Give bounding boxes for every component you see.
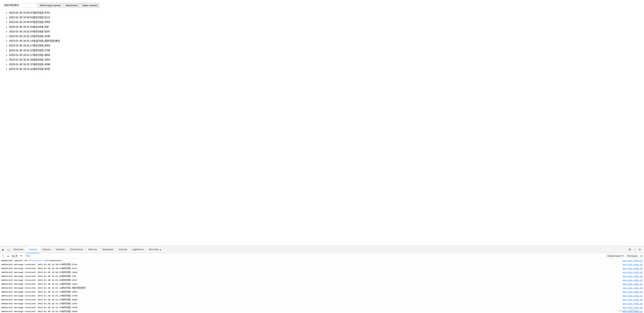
settings-icon[interactable]: ⚙ — [628, 247, 632, 252]
list-item: 2023-01-30 16:31:02收到消息:296 — [9, 24, 641, 29]
console-message: WebSocket message received: 2023-01-30 1… — [2, 290, 621, 294]
tab-security[interactable]: Security — [116, 246, 130, 253]
close-icon[interactable]: ✕ — [638, 247, 642, 252]
console-source-link[interactable]: msg-test.html:23 — [623, 263, 642, 266]
console-message: WebSocket message received: 2023-01-30 1… — [2, 283, 621, 286]
console-row: WebSocket message received: 2023-01-30 1… — [0, 286, 644, 290]
console-row: WebSocket message received: 2023-01-30 1… — [0, 263, 644, 267]
console-message: WebSocket message received: 2023-01-30 1… — [2, 275, 621, 278]
disconnect-button[interactable]: Disconnect — [64, 3, 80, 7]
console-row: WebSocket message received: 2023-01-30 1… — [0, 302, 644, 306]
tab-network[interactable]: Network — [54, 246, 67, 253]
clear-console-icon[interactable]: ◯ — [1, 254, 6, 258]
console-message: WebSocket message received: 2023-01-30 1… — [2, 286, 621, 290]
chevron-down-icon: ▼ — [16, 255, 18, 257]
console-source-link[interactable]: msg-test.html:23 — [623, 306, 642, 309]
list-item: 2023-01-30 16:31:42收到消息:8260 — [9, 67, 641, 71]
console-source-link[interactable]: msg-test.html:23 — [623, 298, 642, 302]
inspect-icon[interactable]: ▶ — [1, 248, 6, 251]
tab-recorder[interactable]: Recorder ▲ — [146, 246, 164, 253]
console-row: WebSocket opened: ws://localhost:8080/we… — [0, 259, 644, 263]
ws-url-link[interactable]: localhost:8080 — [31, 259, 49, 262]
console-source-link[interactable]: msg-test.html:23 — [623, 294, 642, 298]
top-label: top — [12, 255, 15, 257]
tab-lighthouse[interactable]: Lighthouse — [130, 246, 146, 253]
send-button[interactable]: Send msg to server — [38, 3, 63, 7]
tab-application[interactable]: Application — [100, 246, 116, 253]
devtools-tabs-bar: ▶ ◻ Elements Console Sources Network Per… — [0, 246, 644, 253]
main-content: Send msg to server Disconnect Open conne… — [0, 0, 644, 246]
levels-label: Default levels ▼ — [607, 255, 624, 257]
message-input[interactable] — [3, 3, 37, 7]
console-row: WebSocket message received: 2023-01-30 1… — [0, 275, 644, 278]
tab-elements[interactable]: Elements — [11, 246, 26, 253]
list-item: 2023-01-30 16:30:57收到消息:3950 — [9, 20, 641, 24]
console-source-link[interactable]: msg-test.html:23 — [623, 271, 642, 274]
console-message: WebSocket message received: 2023-01-30 1… — [2, 267, 621, 270]
console-source-link[interactable]: msg-test.html:23 — [623, 286, 642, 290]
tab-performance[interactable]: Performance — [67, 246, 86, 253]
list-item: 2023-01-30 16:31:07收到消息:6297 — [9, 29, 641, 34]
console-row: WebSocket message received: 2023-01-30 1… — [0, 298, 644, 302]
device-icon[interactable]: ◻ — [6, 248, 11, 251]
console-message: WebSocket opened: ws://localhost:8080/we… — [2, 259, 621, 262]
list-item: 2023-01-30 16:31:12收到消息:1636 — [9, 34, 641, 38]
console-row: WebSocket message received: 2023-01-30 1… — [0, 310, 644, 313]
more-icon[interactable]: ⋮ — [633, 247, 637, 252]
open-connect-button[interactable]: Open connect — [80, 3, 100, 7]
devtools-panel: ▶ ◻ Elements Console Sources Network Per… — [0, 246, 644, 313]
console-output: WebSocket opened: ws://localhost:8080/we… — [0, 259, 644, 313]
console-message: WebSocket message received: 2023-01-30 1… — [2, 279, 621, 282]
console-source-link[interactable]: msg-test.html:23 — [623, 283, 642, 286]
levels-dropdown[interactable]: Default levels ▼ — [606, 254, 625, 258]
issues-button[interactable]: No Issues — [626, 254, 639, 258]
console-source-link[interactable]: msg-test.html:23 — [623, 279, 642, 282]
tab-sources[interactable]: Sources — [40, 246, 54, 253]
console-message: WebSocket message received: 2023-01-30 1… — [2, 306, 621, 309]
console-source-link[interactable]: msg-test.html:23 — [623, 275, 642, 278]
console-message: WebSocket message received: 2023-01-30 1… — [2, 263, 621, 266]
message-list: 2023-01-30 16:30:47收到消息:97812023-01-30 1… — [3, 10, 641, 71]
list-item: 2023-01-30 16:31:27收到消息:9800 — [9, 53, 641, 57]
csdn-watermark: CSDN 恐力不闻闻绕不止。 — [618, 310, 642, 312]
tab-memory[interactable]: Memory — [86, 246, 100, 253]
console-row: WebSocket message received: 2023-01-30 1… — [0, 282, 644, 286]
console-row: WebSocket message received: 2023-01-30 1… — [0, 278, 644, 282]
filter-icon[interactable]: ▲ — [6, 254, 10, 258]
console-source-link[interactable]: msg-test.html:19 — [623, 259, 642, 262]
console-row: WebSocket message received: 2023-01-30 1… — [0, 306, 644, 310]
console-row: WebSocket message received: 2023-01-30 1… — [0, 294, 644, 298]
console-message: WebSocket message received: 2023-01-30 1… — [2, 298, 621, 302]
console-row: WebSocket message received: 2023-01-30 1… — [0, 290, 644, 294]
list-item: 2023-01-30 16:31:17收到消息:8364 — [9, 43, 641, 48]
console-settings-icon[interactable]: ⚙ — [640, 254, 643, 258]
console-message: WebSocket message received: 2023-01-30 1… — [2, 302, 621, 305]
console-message: WebSocket message received: 2023-01-30 1… — [2, 310, 621, 313]
context-selector[interactable]: top ▼ — [11, 254, 19, 258]
issues-label: No Issues — [628, 255, 637, 257]
list-item: 2023-01-30 16:31:13发送消息:我的消息测试 — [9, 38, 641, 43]
console-row: WebSocket message received: 2023-01-30 1… — [0, 271, 644, 275]
tab-console[interactable]: Console — [26, 246, 40, 253]
list-item: 2023-01-30 16:31:37收到消息:4598 — [9, 62, 641, 67]
list-item: 2023-01-30 16:31:22收到消息:2709 — [9, 48, 641, 53]
list-item: 2023-01-30 16:31:32收到消息:1652 — [9, 57, 641, 62]
list-item: 2023-01-30 16:30:47收到消息:9781 — [9, 10, 641, 15]
eye-icon[interactable]: 👁 — [20, 254, 23, 258]
console-toolbar: ◯ ▲ top ▼ 👁 Default levels ▼ No Issues ⚙ — [0, 253, 644, 259]
console-source-link[interactable]: msg-test.html:23 — [623, 302, 642, 305]
console-source-link[interactable]: msg-test.html:23 — [623, 267, 642, 270]
list-item: 2023-01-30 16:30:52收到消息:8122 — [9, 15, 641, 20]
console-source-link[interactable]: msg-test.html:23 — [623, 290, 642, 294]
console-message: WebSocket message received: 2023-01-30 1… — [2, 271, 621, 274]
filter-input[interactable] — [24, 254, 605, 258]
console-message: WebSocket message received: 2023-01-30 1… — [2, 294, 621, 298]
page-form: Send msg to server Disconnect Open conne… — [3, 3, 641, 7]
console-row: WebSocket message received: 2023-01-30 1… — [0, 267, 644, 271]
